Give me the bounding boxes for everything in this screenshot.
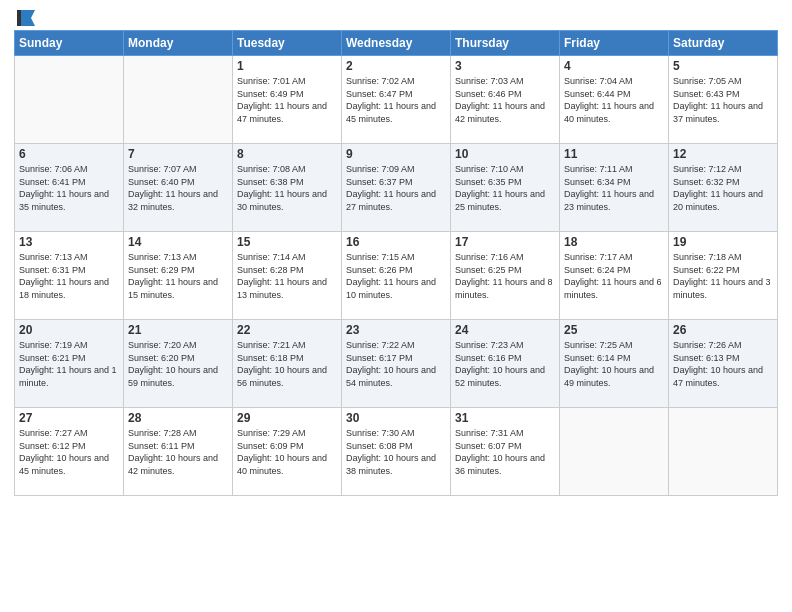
day-info: Sunrise: 7:20 AM Sunset: 6:20 PM Dayligh… xyxy=(128,339,228,389)
day-info: Sunrise: 7:29 AM Sunset: 6:09 PM Dayligh… xyxy=(237,427,337,477)
svg-marker-0 xyxy=(19,10,35,26)
calendar-cell xyxy=(669,408,778,496)
calendar-cell: 24Sunrise: 7:23 AM Sunset: 6:16 PM Dayli… xyxy=(451,320,560,408)
day-number: 8 xyxy=(237,147,337,161)
day-number: 21 xyxy=(128,323,228,337)
day-header-saturday: Saturday xyxy=(669,31,778,56)
calendar-cell: 6Sunrise: 7:06 AM Sunset: 6:41 PM Daylig… xyxy=(15,144,124,232)
calendar-cell: 14Sunrise: 7:13 AM Sunset: 6:29 PM Dayli… xyxy=(124,232,233,320)
calendar-cell: 27Sunrise: 7:27 AM Sunset: 6:12 PM Dayli… xyxy=(15,408,124,496)
day-info: Sunrise: 7:19 AM Sunset: 6:21 PM Dayligh… xyxy=(19,339,119,389)
day-info: Sunrise: 7:16 AM Sunset: 6:25 PM Dayligh… xyxy=(455,251,555,301)
day-number: 19 xyxy=(673,235,773,249)
day-number: 18 xyxy=(564,235,664,249)
day-number: 5 xyxy=(673,59,773,73)
day-number: 1 xyxy=(237,59,337,73)
day-number: 28 xyxy=(128,411,228,425)
day-info: Sunrise: 7:26 AM Sunset: 6:13 PM Dayligh… xyxy=(673,339,773,389)
day-info: Sunrise: 7:13 AM Sunset: 6:31 PM Dayligh… xyxy=(19,251,119,301)
calendar-cell xyxy=(560,408,669,496)
day-number: 25 xyxy=(564,323,664,337)
calendar-cell: 28Sunrise: 7:28 AM Sunset: 6:11 PM Dayli… xyxy=(124,408,233,496)
logo-row xyxy=(14,10,35,26)
day-info: Sunrise: 7:05 AM Sunset: 6:43 PM Dayligh… xyxy=(673,75,773,125)
header xyxy=(14,10,778,24)
calendar-cell: 7Sunrise: 7:07 AM Sunset: 6:40 PM Daylig… xyxy=(124,144,233,232)
calendar-cell: 4Sunrise: 7:04 AM Sunset: 6:44 PM Daylig… xyxy=(560,56,669,144)
calendar-week-4: 27Sunrise: 7:27 AM Sunset: 6:12 PM Dayli… xyxy=(15,408,778,496)
day-info: Sunrise: 7:07 AM Sunset: 6:40 PM Dayligh… xyxy=(128,163,228,213)
calendar-week-0: 1Sunrise: 7:01 AM Sunset: 6:49 PM Daylig… xyxy=(15,56,778,144)
calendar-cell: 23Sunrise: 7:22 AM Sunset: 6:17 PM Dayli… xyxy=(342,320,451,408)
day-info: Sunrise: 7:31 AM Sunset: 6:07 PM Dayligh… xyxy=(455,427,555,477)
day-info: Sunrise: 7:03 AM Sunset: 6:46 PM Dayligh… xyxy=(455,75,555,125)
day-info: Sunrise: 7:14 AM Sunset: 6:28 PM Dayligh… xyxy=(237,251,337,301)
calendar-table: SundayMondayTuesdayWednesdayThursdayFrid… xyxy=(14,30,778,496)
day-number: 6 xyxy=(19,147,119,161)
calendar-cell: 19Sunrise: 7:18 AM Sunset: 6:22 PM Dayli… xyxy=(669,232,778,320)
calendar-cell: 25Sunrise: 7:25 AM Sunset: 6:14 PM Dayli… xyxy=(560,320,669,408)
calendar-cell: 11Sunrise: 7:11 AM Sunset: 6:34 PM Dayli… xyxy=(560,144,669,232)
day-info: Sunrise: 7:27 AM Sunset: 6:12 PM Dayligh… xyxy=(19,427,119,477)
day-number: 31 xyxy=(455,411,555,425)
day-info: Sunrise: 7:23 AM Sunset: 6:16 PM Dayligh… xyxy=(455,339,555,389)
calendar-cell: 16Sunrise: 7:15 AM Sunset: 6:26 PM Dayli… xyxy=(342,232,451,320)
day-number: 17 xyxy=(455,235,555,249)
day-info: Sunrise: 7:01 AM Sunset: 6:49 PM Dayligh… xyxy=(237,75,337,125)
day-number: 9 xyxy=(346,147,446,161)
calendar-cell: 30Sunrise: 7:30 AM Sunset: 6:08 PM Dayli… xyxy=(342,408,451,496)
calendar-week-3: 20Sunrise: 7:19 AM Sunset: 6:21 PM Dayli… xyxy=(15,320,778,408)
day-info: Sunrise: 7:25 AM Sunset: 6:14 PM Dayligh… xyxy=(564,339,664,389)
day-info: Sunrise: 7:21 AM Sunset: 6:18 PM Dayligh… xyxy=(237,339,337,389)
day-number: 2 xyxy=(346,59,446,73)
day-number: 20 xyxy=(19,323,119,337)
day-header-monday: Monday xyxy=(124,31,233,56)
day-number: 23 xyxy=(346,323,446,337)
calendar-cell: 5Sunrise: 7:05 AM Sunset: 6:43 PM Daylig… xyxy=(669,56,778,144)
day-number: 24 xyxy=(455,323,555,337)
day-number: 14 xyxy=(128,235,228,249)
calendar-cell: 3Sunrise: 7:03 AM Sunset: 6:46 PM Daylig… xyxy=(451,56,560,144)
svg-marker-1 xyxy=(17,10,21,26)
calendar-cell: 20Sunrise: 7:19 AM Sunset: 6:21 PM Dayli… xyxy=(15,320,124,408)
day-info: Sunrise: 7:02 AM Sunset: 6:47 PM Dayligh… xyxy=(346,75,446,125)
calendar-week-1: 6Sunrise: 7:06 AM Sunset: 6:41 PM Daylig… xyxy=(15,144,778,232)
day-number: 12 xyxy=(673,147,773,161)
day-info: Sunrise: 7:13 AM Sunset: 6:29 PM Dayligh… xyxy=(128,251,228,301)
logo-flag-icon xyxy=(17,10,35,26)
calendar-cell: 18Sunrise: 7:17 AM Sunset: 6:24 PM Dayli… xyxy=(560,232,669,320)
calendar-cell: 13Sunrise: 7:13 AM Sunset: 6:31 PM Dayli… xyxy=(15,232,124,320)
day-info: Sunrise: 7:22 AM Sunset: 6:17 PM Dayligh… xyxy=(346,339,446,389)
day-header-thursday: Thursday xyxy=(451,31,560,56)
day-number: 26 xyxy=(673,323,773,337)
calendar-cell xyxy=(15,56,124,144)
day-info: Sunrise: 7:11 AM Sunset: 6:34 PM Dayligh… xyxy=(564,163,664,213)
day-info: Sunrise: 7:10 AM Sunset: 6:35 PM Dayligh… xyxy=(455,163,555,213)
day-info: Sunrise: 7:09 AM Sunset: 6:37 PM Dayligh… xyxy=(346,163,446,213)
calendar-header-row: SundayMondayTuesdayWednesdayThursdayFrid… xyxy=(15,31,778,56)
day-number: 29 xyxy=(237,411,337,425)
day-number: 16 xyxy=(346,235,446,249)
calendar-cell: 17Sunrise: 7:16 AM Sunset: 6:25 PM Dayli… xyxy=(451,232,560,320)
day-header-tuesday: Tuesday xyxy=(233,31,342,56)
day-info: Sunrise: 7:17 AM Sunset: 6:24 PM Dayligh… xyxy=(564,251,664,301)
calendar-cell: 21Sunrise: 7:20 AM Sunset: 6:20 PM Dayli… xyxy=(124,320,233,408)
day-number: 7 xyxy=(128,147,228,161)
day-info: Sunrise: 7:15 AM Sunset: 6:26 PM Dayligh… xyxy=(346,251,446,301)
day-info: Sunrise: 7:28 AM Sunset: 6:11 PM Dayligh… xyxy=(128,427,228,477)
calendar-cell: 22Sunrise: 7:21 AM Sunset: 6:18 PM Dayli… xyxy=(233,320,342,408)
day-number: 3 xyxy=(455,59,555,73)
day-number: 13 xyxy=(19,235,119,249)
day-info: Sunrise: 7:08 AM Sunset: 6:38 PM Dayligh… xyxy=(237,163,337,213)
calendar-cell: 10Sunrise: 7:10 AM Sunset: 6:35 PM Dayli… xyxy=(451,144,560,232)
day-number: 30 xyxy=(346,411,446,425)
day-info: Sunrise: 7:04 AM Sunset: 6:44 PM Dayligh… xyxy=(564,75,664,125)
calendar-cell: 1Sunrise: 7:01 AM Sunset: 6:49 PM Daylig… xyxy=(233,56,342,144)
calendar-week-2: 13Sunrise: 7:13 AM Sunset: 6:31 PM Dayli… xyxy=(15,232,778,320)
calendar-cell: 12Sunrise: 7:12 AM Sunset: 6:32 PM Dayli… xyxy=(669,144,778,232)
day-info: Sunrise: 7:18 AM Sunset: 6:22 PM Dayligh… xyxy=(673,251,773,301)
day-header-sunday: Sunday xyxy=(15,31,124,56)
calendar-cell: 26Sunrise: 7:26 AM Sunset: 6:13 PM Dayli… xyxy=(669,320,778,408)
day-number: 22 xyxy=(237,323,337,337)
calendar-cell: 8Sunrise: 7:08 AM Sunset: 6:38 PM Daylig… xyxy=(233,144,342,232)
